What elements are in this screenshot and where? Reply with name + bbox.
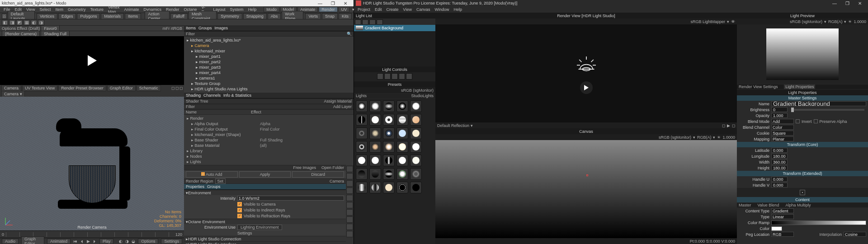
render-view-play-icon[interactable]	[584, 85, 589, 90]
section-octane[interactable]: Octane Environment	[184, 219, 346, 224]
settings-button[interactable]: Settings	[161, 239, 182, 244]
preset-tab-lights[interactable]: Lights	[356, 94, 367, 98]
lc-icon-1[interactable]	[377, 73, 383, 80]
preset-cell[interactable]	[396, 114, 408, 126]
side-icon-3[interactable]	[346, 180, 353, 187]
light-preview-view[interactable]	[737, 24, 868, 84]
shading-row[interactable]: ▸ Base ShaderFull Shading	[186, 137, 352, 143]
hdr-close-button[interactable]: ✕	[854, 0, 866, 6]
shading-row[interactable]: ▸ Base Material(all)	[186, 143, 352, 148]
preset-cell[interactable]	[396, 100, 408, 112]
symmetry-button[interactable]: Symmetry	[217, 13, 242, 19]
contenttype-select[interactable]: Gradient	[771, 208, 794, 213]
add-layer-button[interactable]: Add Layer	[333, 104, 352, 109]
options-button[interactable]: Options	[138, 239, 158, 244]
sel-vertices[interactable]: Vertices	[37, 13, 57, 19]
content-tab-alpham[interactable]: Alpha Multiply	[785, 203, 811, 207]
menu-geometry[interactable]: Geometry	[66, 7, 88, 12]
hdr-minimize-button[interactable]: —	[828, 0, 841, 6]
status-icon-3[interactable]: ◒	[132, 239, 135, 244]
preset-cell[interactable]	[410, 127, 422, 139]
section-interface[interactable]: HDR Light Studio Interface	[184, 241, 346, 244]
tool-icon-1[interactable]: ◧	[2, 20, 8, 25]
blendchannel-select[interactable]: Color	[771, 125, 794, 130]
vp-tab-schematic[interactable]: Schematic	[137, 85, 161, 91]
preset-cell[interactable]	[410, 141, 422, 153]
tool-icon-3[interactable]: ◩	[16, 20, 23, 25]
preset-cell[interactable]	[369, 100, 381, 112]
section-transform-core[interactable]: Transform (Core)	[737, 142, 868, 147]
preset-cell[interactable]	[356, 100, 368, 112]
auto-add-toggle[interactable]: ✓Auto Add	[186, 171, 238, 178]
groups-tab[interactable]: Groups	[198, 26, 212, 30]
preset-cell[interactable]	[356, 141, 368, 153]
canvas-srgb[interactable]: sRGB (sgMonitor)	[659, 135, 691, 140]
vp-tab-uv[interactable]: UV Texture View	[22, 85, 57, 91]
light-row-gradient-bg[interactable]: Gradient Background	[354, 25, 435, 31]
vp-tool-icon[interactable]: ◻	[171, 86, 175, 90]
preset-cell[interactable]	[369, 127, 381, 139]
ll-add-icon[interactable]	[355, 19, 361, 25]
hdr-menu-window[interactable]: Window	[433, 7, 451, 12]
preset-cell[interactable]	[383, 168, 395, 180]
hdr-menu-help[interactable]: Help	[452, 7, 464, 12]
tab-shading[interactable]: Shading	[186, 93, 201, 98]
lc-icon-3[interactable]	[392, 73, 398, 80]
tool-icon-4[interactable]: ▦	[24, 20, 30, 25]
latitude-value[interactable]: 0.000	[771, 148, 788, 153]
sel-polygons[interactable]: Polygons	[77, 13, 100, 19]
preset-cell[interactable]	[356, 114, 368, 126]
hdr-maximize-button[interactable]: ❐	[841, 0, 854, 6]
side-icon-9[interactable]	[346, 224, 353, 230]
chk-vis-indirect[interactable]: ✓	[237, 208, 242, 212]
status-icon-2[interactable]: ◑	[125, 239, 129, 244]
menu-system[interactable]: System	[228, 7, 245, 12]
canvas-exposure[interactable]: 1.0000	[722, 135, 735, 140]
playmode-button[interactable]: Play	[99, 239, 114, 244]
rewind-icon[interactable]: ⏮	[73, 239, 77, 244]
tool-icon-5[interactable]: ◐	[31, 20, 37, 25]
close-button[interactable]: ✕	[339, 0, 352, 6]
hdr-menu-project[interactable]: Project	[356, 7, 372, 12]
images-tab[interactable]: Images	[215, 26, 228, 30]
render-sel[interactable]: sRGB LightMapper	[690, 19, 725, 24]
hdr-menu-canvas[interactable]: Canvas	[415, 7, 432, 12]
abs-button[interactable]: Abs	[268, 13, 281, 19]
groups-prop-tab[interactable]: Groups	[207, 184, 221, 189]
items-tab[interactable]: Items	[186, 26, 196, 30]
vp-tab-rpreset[interactable]: Render Preset Browser	[58, 85, 106, 91]
rv-tool-icon-3[interactable]: ◻	[732, 123, 735, 128]
menu-select[interactable]: Select	[38, 7, 52, 12]
lp-exposure-icon[interactable]: ☀	[848, 19, 852, 24]
stepfwd-icon[interactable]: ⏵	[93, 239, 97, 244]
invert-check[interactable]	[796, 119, 800, 123]
preset-tab-studio[interactable]: StudioLights	[411, 94, 434, 98]
preset-cell[interactable]	[410, 100, 422, 112]
cookie-select[interactable]: Square	[771, 131, 794, 136]
preset-cell[interactable]	[396, 168, 408, 180]
layout-tab-render[interactable]: Render	[319, 7, 338, 12]
blendmode-select[interactable]: Add	[771, 119, 794, 124]
env-use-value[interactable]: Lighting Environment	[237, 225, 282, 230]
preset-cell[interactable]	[383, 114, 395, 126]
handlev-value[interactable]: 0.000	[771, 183, 788, 188]
animated-button[interactable]: Animated	[47, 239, 71, 244]
height-value[interactable]: 180.00	[771, 165, 788, 170]
chk-vis-camera[interactable]: ✓	[237, 202, 242, 206]
tree-item[interactable]: ▸ kitchen_aid_area_lights.lxo*	[186, 38, 352, 43]
tree-item[interactable]: ▸ Texture Group	[186, 81, 352, 86]
brightness-slider[interactable]	[791, 109, 864, 111]
preserve-alpha-check[interactable]	[814, 119, 818, 123]
preset-cell[interactable]	[396, 155, 408, 166]
menu-texture[interactable]: Texture	[88, 7, 105, 12]
vp-tool-icon2[interactable]: ◻	[175, 86, 179, 90]
tree-item[interactable]: ▸ mixer_part4	[186, 70, 352, 75]
pegloc-rgb-select[interactable]: RGB	[771, 232, 794, 237]
ll-dup-icon[interactable]	[369, 19, 376, 25]
set-button[interactable]: Set	[215, 178, 226, 184]
interp-select[interactable]: Cosine	[844, 232, 866, 237]
ll-del-icon[interactable]	[362, 19, 368, 25]
apply-button[interactable]: Apply	[239, 171, 291, 178]
verts-toggle[interactable]: Verts	[305, 13, 321, 19]
sel-edges[interactable]: Edges	[58, 13, 76, 19]
